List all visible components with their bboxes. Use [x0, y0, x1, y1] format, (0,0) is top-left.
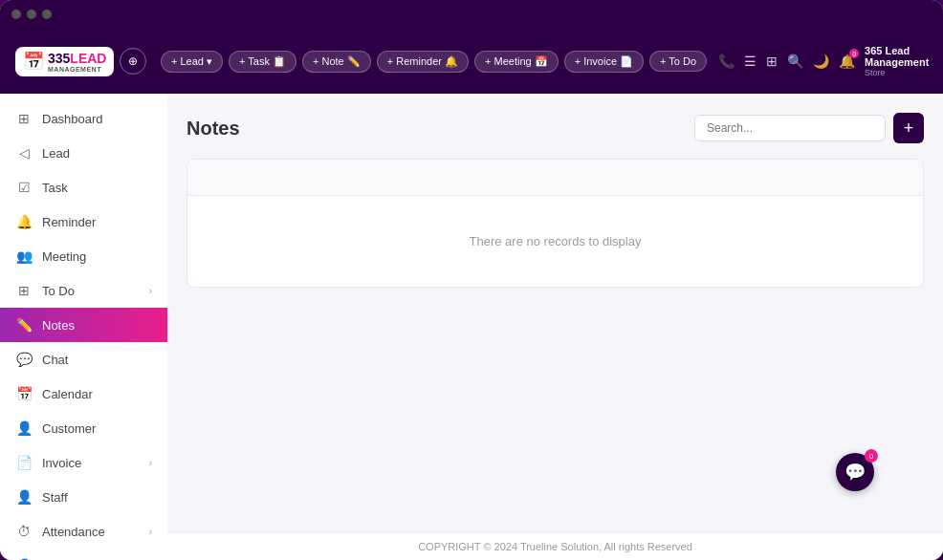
notification-count: 0	[849, 49, 859, 58]
sidebar-label-customer: Customer	[42, 421, 96, 436]
add-note-button[interactable]: +	[893, 113, 924, 143]
sidebar-label-lead: Lead	[42, 146, 70, 161]
header-right: 📞 ☰ ⊞ 🔍 🌙 🔔 0 365 Lead Management Store …	[718, 45, 943, 77]
sidebar-label-staff: Staff	[42, 490, 68, 505]
todo-arrow: ›	[149, 286, 152, 296]
sidebar-label-attendance: Attendance	[42, 525, 105, 539]
sidebar-item-calendar[interactable]: 📅 Calendar	[0, 377, 167, 411]
sidebar-item-notes[interactable]: ✏️ Notes	[0, 308, 167, 342]
invoice-icon: 📄	[15, 455, 33, 470]
main-layout: ⊞ Dashboard ◁ Lead ☑ Task 🔔 Reminder 👥 M…	[0, 94, 943, 560]
sidebar-label-task: Task	[42, 181, 68, 195]
sidebar-item-leave[interactable]: 👤 Leave ›	[0, 549, 167, 560]
logo-mgmt: MANAGEMENT	[48, 66, 106, 73]
notification-bell[interactable]: 🔔 0	[839, 53, 855, 70]
page-header: Notes +	[186, 113, 924, 143]
title-bar	[0, 0, 943, 29]
sidebar-label-calendar: Calendar	[42, 387, 93, 401]
attendance-icon: ⏱	[15, 524, 33, 539]
add-todo-btn[interactable]: + To Do	[649, 51, 707, 72]
sidebar-item-attendance[interactable]: ⏱ Attendance ›	[0, 514, 167, 549]
sidebar-item-task[interactable]: ☑ Task	[0, 170, 167, 205]
content-area: Notes + There are no records to display …	[167, 94, 943, 560]
settings-circle-btn[interactable]: ⊕	[120, 48, 146, 75]
logo-area: 📅 335 LEAD MANAGEMENT ⊕	[15, 47, 149, 76]
sidebar-label-notes: Notes	[42, 318, 75, 333]
empty-state-message: There are no records to display	[187, 196, 923, 287]
sidebar-item-customer[interactable]: 👤 Customer	[0, 411, 167, 445]
logo-box: 📅 335 LEAD MANAGEMENT	[15, 47, 114, 76]
header-actions: + Lead ▾ + Task 📋 + Note ✏️ + Reminder 🔔…	[161, 51, 707, 73]
header: 📅 335 LEAD MANAGEMENT ⊕ + Lead ▾ + Task …	[0, 29, 943, 94]
chat-bubble-container: 💬 0	[865, 482, 903, 520]
user-info: 365 Lead Management Store 👤	[865, 45, 943, 77]
notes-icon: ✏️	[15, 317, 33, 333]
content-inner: Notes + There are no records to display	[167, 94, 943, 532]
sidebar-label-chat: Chat	[42, 353, 68, 367]
sidebar-label-meeting: Meeting	[42, 249, 86, 264]
sidebar-item-lead[interactable]: ◁ Lead	[0, 136, 167, 170]
search-input[interactable]	[694, 115, 886, 141]
chat-bubble-btn[interactable]: 💬 0	[836, 453, 874, 491]
copyright-text: COPYRIGHT © 2024 Trueline Solution, All …	[418, 541, 692, 552]
window-dot-1	[11, 10, 21, 19]
chat-bubble-badge: 0	[865, 449, 878, 463]
attendance-arrow: ›	[149, 527, 152, 537]
todo-icon: ⊞	[15, 283, 33, 298]
phone-icon[interactable]: 📞	[718, 54, 735, 69]
sidebar: ⊞ Dashboard ◁ Lead ☑ Task 🔔 Reminder 👥 M…	[0, 94, 167, 560]
window-dot-3	[42, 10, 52, 19]
meeting-icon: 👥	[15, 248, 33, 264]
add-note-btn[interactable]: + Note ✏️	[302, 51, 371, 73]
sidebar-item-todo[interactable]: ⊞ To Do ›	[0, 273, 167, 308]
sidebar-item-dashboard[interactable]: ⊞ Dashboard	[0, 101, 167, 136]
add-task-btn[interactable]: + Task 📋	[229, 51, 296, 73]
sidebar-label-todo: To Do	[42, 284, 75, 298]
dashboard-icon: ⊞	[15, 111, 33, 126]
sidebar-item-staff[interactable]: 👤 Staff	[0, 480, 167, 514]
calendar-icon: 📅	[15, 386, 33, 401]
logo-icon: 📅	[23, 51, 44, 72]
table-header	[187, 160, 923, 196]
sidebar-item-invoice[interactable]: 📄 Invoice ›	[0, 445, 167, 480]
logo-text: 335 LEAD MANAGEMENT	[48, 51, 106, 73]
lead-icon: ◁	[15, 145, 33, 161]
sidebar-label-invoice: Invoice	[42, 456, 81, 470]
customer-icon: 👤	[15, 420, 33, 436]
theme-icon[interactable]: 🌙	[813, 54, 829, 69]
sidebar-item-chat[interactable]: 💬 Chat	[0, 342, 167, 377]
add-meeting-btn[interactable]: + Meeting 📅	[474, 51, 559, 73]
invoice-arrow: ›	[149, 458, 152, 468]
grid-icon[interactable]: ⊞	[766, 54, 778, 69]
chat-icon: 💬	[15, 352, 33, 367]
notes-table: There are no records to display	[186, 159, 924, 288]
list-icon[interactable]: ☰	[744, 54, 757, 69]
task-icon: ☑	[15, 180, 33, 195]
window-dot-2	[27, 10, 36, 19]
search-add-row: +	[694, 113, 924, 143]
search-icon[interactable]: 🔍	[787, 54, 803, 69]
sidebar-item-meeting[interactable]: 👥 Meeting	[0, 239, 167, 273]
page-title: Notes	[186, 118, 240, 140]
add-lead-btn[interactable]: + Lead ▾	[161, 51, 223, 73]
user-name: 365 Lead Management	[865, 45, 939, 68]
app-window: 📅 335 LEAD MANAGEMENT ⊕ + Lead ▾ + Task …	[0, 0, 943, 560]
add-invoice-btn[interactable]: + Invoice 📄	[564, 51, 644, 73]
sidebar-item-reminder[interactable]: 🔔 Reminder	[0, 205, 167, 239]
footer: COPYRIGHT © 2024 Trueline Solution, All …	[167, 532, 943, 560]
add-reminder-btn[interactable]: + Reminder 🔔	[377, 51, 469, 73]
sidebar-label-reminder: Reminder	[42, 215, 96, 229]
reminder-icon: 🔔	[15, 214, 33, 229]
sidebar-label-dashboard: Dashboard	[42, 112, 103, 126]
user-store: Store	[865, 68, 939, 77]
staff-icon: 👤	[15, 489, 33, 505]
